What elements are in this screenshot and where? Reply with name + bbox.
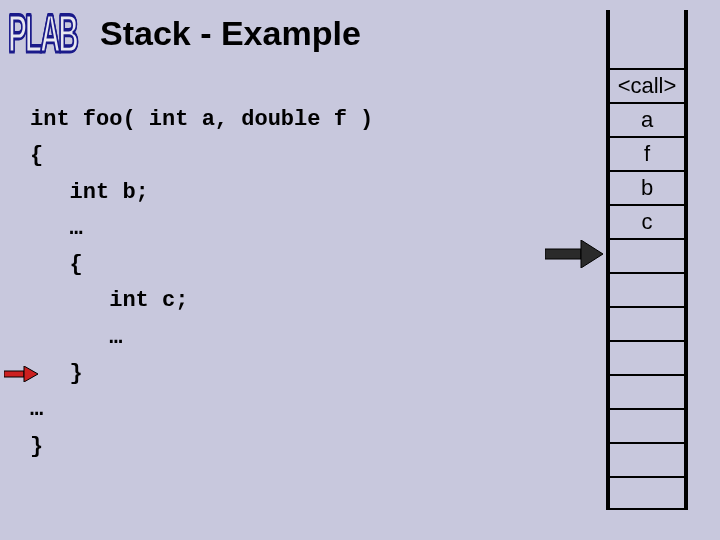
stack-cell: [610, 306, 684, 340]
slide-title: Stack - Example: [100, 14, 361, 53]
svg-rect-0: [4, 371, 24, 377]
stack-cell: <call>: [610, 68, 684, 102]
stack-cell: [610, 238, 684, 272]
stack-cell: [610, 476, 684, 510]
stack-cell: a: [610, 102, 684, 136]
stack-cell: [610, 374, 684, 408]
arrow-right-icon: [4, 366, 38, 382]
stack-cell: [610, 10, 684, 68]
svg-marker-3: [581, 240, 603, 268]
stack-cell: [610, 442, 684, 476]
stack-cell: c: [610, 204, 684, 238]
stack-cell: b: [610, 170, 684, 204]
stack-cell: f: [610, 136, 684, 170]
arrow-right-icon: [545, 240, 603, 268]
stack-cell: [610, 408, 684, 442]
stack-cell: [610, 272, 684, 306]
plab-logo: PLAB: [8, 4, 77, 64]
stack-diagram: <call>afbc: [606, 10, 688, 510]
code-block: int foo( int a, double f ) { int b; … { …: [30, 102, 373, 465]
svg-marker-1: [24, 366, 38, 382]
stack-cell: [610, 340, 684, 374]
svg-rect-2: [545, 249, 581, 259]
